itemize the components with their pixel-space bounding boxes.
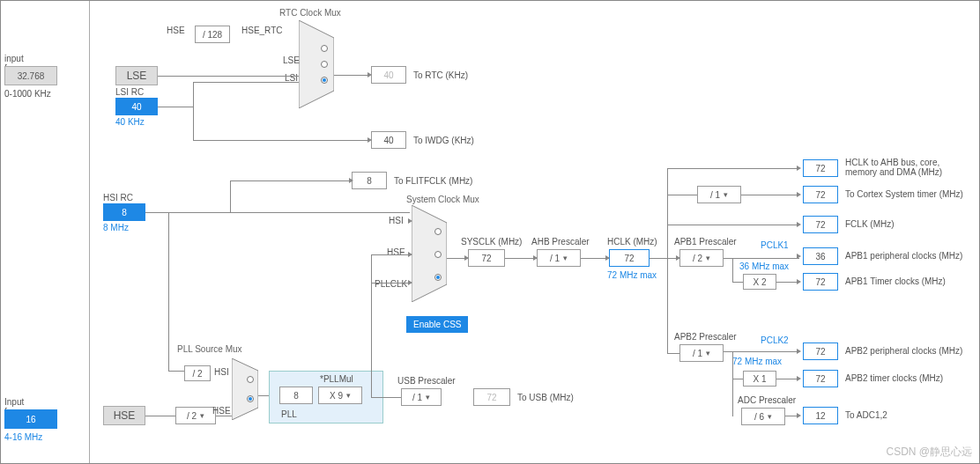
fclk-label: FCLK (MHz): [845, 219, 895, 229]
apb1-timer-mul: X 2: [743, 274, 776, 290]
sys-hse-in: HSE: [387, 247, 405, 257]
apb2-periph-value[interactable]: 72: [803, 342, 838, 360]
rtc-mux[interactable]: [299, 20, 334, 108]
iwdg-value: 40: [371, 131, 406, 149]
pll-mul-dropdown[interactable]: X 9: [318, 387, 362, 404]
hclk-label: HCLK (MHz): [607, 237, 657, 247]
pll-hsi-in: HSI: [214, 367, 229, 377]
hclk-max: 72 MHz max: [607, 270, 657, 280]
apb2-max: 72 MHz max: [732, 357, 782, 366]
hse-div-dropdown[interactable]: / 2: [175, 407, 216, 424]
input-freq1-value[interactable]: 32.768: [4, 66, 57, 85]
apb1-periph-label: APB1 peripheral clocks (MHz): [845, 251, 962, 261]
sys-hsi-in: HSI: [389, 216, 404, 225]
apb2-timer-label: APB2 timer clocks (MHz): [845, 373, 943, 383]
adc-out-label: To ADC1,2: [845, 410, 887, 420]
iwdg-label: To IWDG (KHz): [413, 136, 474, 145]
usb-out-label: To USB (MHz): [517, 393, 574, 402]
hclk-ahb-label: HCLK to AHB bus, core, memory and DMA (M…: [845, 158, 969, 177]
fclk-value[interactable]: 72: [803, 216, 838, 233]
apb1-timer-label: APB1 Timer clocks (MHz): [845, 276, 946, 286]
hse-box[interactable]: HSE: [103, 406, 145, 425]
pll-src-mux[interactable]: [232, 358, 258, 420]
rtc-mux-hse-radio[interactable]: [321, 45, 328, 52]
apb2-timer-mul: X 1: [743, 371, 776, 387]
sys-hse-radio[interactable]: [434, 251, 442, 258]
pllmul-label: *PLLMul: [320, 374, 353, 384]
rtc-lse-in: LSE: [283, 55, 300, 65]
lsi-value: 40: [115, 98, 158, 115]
hse-top-label: HSE: [167, 26, 185, 35]
rtc-out-value[interactable]: 40: [371, 66, 406, 84]
rtc-mux-lse-radio[interactable]: [321, 61, 328, 68]
ahb-label: AHB Prescaler: [531, 237, 590, 247]
lsi-khz: 40 KHz: [115, 117, 145, 127]
enable-css-button[interactable]: Enable CSS: [406, 316, 468, 333]
sys-mux-title: System Clock Mux: [406, 195, 479, 204]
apb2-dropdown[interactable]: / 1: [679, 344, 724, 362]
pll-label: PLL: [281, 409, 297, 419]
hsi-mhz: 8 MHz: [103, 223, 129, 232]
usb-label: USB Prescaler: [397, 376, 456, 386]
hsi-value: 8: [103, 203, 145, 221]
pll-hsi-div2: / 2: [184, 365, 211, 381]
pll-hse-in: HSE: [212, 406, 231, 416]
usb-dropdown[interactable]: / 1: [401, 388, 442, 406]
hclk-value[interactable]: 72: [609, 249, 650, 267]
input-freq1-range: 0-1000 KHz: [4, 89, 51, 99]
apb1-max: 36 MHz max: [739, 261, 789, 271]
flitfclk-label: To FLITFCLK (MHz): [394, 176, 472, 186]
ahb-dropdown[interactable]: / 1: [537, 249, 581, 267]
cortex-label: To Cortex System timer (MHz): [845, 189, 963, 199]
div128-box: / 128: [195, 26, 230, 43]
hsi-label: HSI RC: [103, 193, 133, 203]
watermark: CSDN @静思心远: [886, 445, 972, 460]
adc-label: ADC Prescaler: [738, 395, 796, 405]
apb1-periph-value[interactable]: 36: [803, 247, 838, 265]
apb2-periph-label: APB2 peripheral clocks (MHz): [845, 346, 962, 356]
pll-src-hse-radio[interactable]: [247, 395, 254, 402]
apb2-label: APB2 Prescaler: [674, 332, 737, 342]
pll-src-hsi-radio[interactable]: [247, 376, 254, 383]
sysclk-label: SYSCLK (MHz): [461, 237, 522, 247]
cortex-div-dropdown[interactable]: / 1: [697, 186, 741, 203]
lse-box[interactable]: LSE: [115, 66, 158, 85]
sys-pllclk-radio[interactable]: [434, 274, 442, 281]
apb1-timer-value[interactable]: 72: [803, 273, 838, 291]
sys-mux[interactable]: [412, 205, 447, 302]
pll-src-title: PLL Source Mux: [177, 344, 242, 354]
sys-pllclk-in: PLLCLK: [375, 279, 407, 289]
sysclk-value: 72: [468, 249, 505, 267]
pclk1-label: PCLK1: [761, 240, 789, 250]
apb1-label: APB1 Prescaler: [674, 237, 737, 247]
rtc-mux-lsi-radio[interactable]: [321, 77, 328, 84]
pclk2-label: PCLK2: [761, 335, 789, 345]
rtc-mux-title: RTC Clock Mux: [279, 8, 341, 18]
usb-out-value[interactable]: 72: [473, 388, 510, 406]
hclk-ahb-value[interactable]: 72: [803, 159, 838, 177]
pll-value: 8: [279, 387, 313, 404]
lsi-label: LSI RC: [115, 87, 144, 97]
input-freq2-range: 4-16 MHz: [4, 432, 42, 442]
cortex-value[interactable]: 72: [803, 186, 838, 203]
sys-hsi-radio[interactable]: [434, 228, 442, 235]
flitfclk-value: 8: [352, 172, 387, 189]
adc-out-value[interactable]: 12: [803, 407, 838, 424]
rtc-out-label: To RTC (KHz): [413, 70, 468, 80]
apb2-timer-value[interactable]: 72: [803, 370, 838, 387]
hse-rtc-label: HSE_RTC: [241, 26, 283, 35]
apb1-dropdown[interactable]: / 2: [679, 249, 724, 267]
input-freq2-value[interactable]: 16: [4, 409, 57, 429]
adc-dropdown[interactable]: / 6: [741, 408, 785, 425]
